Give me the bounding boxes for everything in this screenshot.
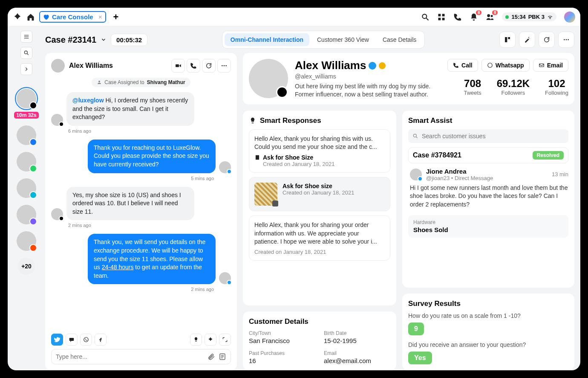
survey-panel: Survey Results How do you rate us on a s… <box>402 294 574 370</box>
sparkle-button[interactable] <box>205 334 216 346</box>
tab-case-details[interactable]: Case Details <box>377 33 422 46</box>
refresh-button[interactable] <box>539 32 555 48</box>
chat-refresh-button[interactable] <box>202 59 216 73</box>
stat-tweets: 708Tweets <box>464 78 481 96</box>
related-case-chip[interactable]: Case #3784921 Resolved <box>408 147 568 163</box>
svg-point-0 <box>423 14 427 18</box>
channel-chat-button[interactable] <box>66 334 78 346</box>
mid-column: Smart Responses Hello Alex, thank you fo… <box>243 110 396 370</box>
template-icon[interactable] <box>219 353 226 361</box>
video-call-button[interactable] <box>171 59 185 73</box>
conversation-avatar-5[interactable] <box>17 205 36 224</box>
more-button[interactable] <box>558 32 574 48</box>
channel-whatsapp-button[interactable] <box>80 334 92 346</box>
compose-input[interactable] <box>56 353 208 360</box>
status-workspace: PBK 3 <box>528 14 545 20</box>
mid-right-area: Alex Williams @alex_williams Out here li… <box>243 53 574 370</box>
conversation-timer: 10m 32s <box>14 112 38 119</box>
email-button[interactable]: Email <box>533 59 568 72</box>
conversation-avatar-6[interactable] <box>17 231 36 251</box>
svg-rect-10 <box>505 37 507 42</box>
svg-point-21 <box>98 81 100 82</box>
tab-omni-channel[interactable]: Omni-Channel Interaction <box>225 33 309 46</box>
agent-msg-avatar <box>219 272 231 284</box>
smart-response-item[interactable]: Ask for Shoe size Created on January 18,… <box>249 177 390 211</box>
related-case-id: Case #3784921 <box>413 151 461 159</box>
msg-ts-3: 2 mins ago <box>68 223 231 228</box>
assigned-prefix: Case Assigned to <box>104 79 144 85</box>
whatsapp-badge-icon <box>29 165 37 172</box>
close-tab-icon[interactable]: × <box>98 13 102 20</box>
case-status-badge: Resolved <box>533 151 564 160</box>
assist-avatar <box>410 169 422 180</box>
channel-facebook-button[interactable] <box>95 334 107 346</box>
smart-response-item[interactable]: Hello Alex, thank you for sharing your o… <box>249 215 390 261</box>
more-conversations-button[interactable]: +20 <box>18 258 35 275</box>
msg-ts-1: 6 mins ago <box>68 128 231 134</box>
tab-customer-360[interactable]: Customer 360 View <box>311 33 375 46</box>
attach-icon[interactable] <box>208 353 215 361</box>
doc-icon <box>254 154 260 160</box>
call-button[interactable]: Call <box>447 59 478 72</box>
assist-time: 13 min <box>552 171 568 177</box>
conversation-avatar-4[interactable] <box>17 178 36 198</box>
svg-point-6 <box>487 14 490 17</box>
status-time: 15:34 <box>511 14 525 20</box>
search-icon[interactable] <box>421 13 429 21</box>
lightbulb-icon <box>249 117 257 125</box>
svg-point-19 <box>224 65 225 67</box>
whatsapp-button[interactable]: Whatsapp <box>481 59 530 72</box>
chevron-down-icon[interactable] <box>101 37 107 43</box>
channel-twitter-button[interactable] <box>51 334 63 346</box>
assist-message: Jione Andrea @jioan23 • Direct Message 1… <box>408 168 568 209</box>
notifications-icon[interactable]: 8 <box>470 13 478 21</box>
smart-assist-title: Smart Assist <box>408 116 452 125</box>
svg-rect-30 <box>256 155 259 160</box>
customer-msg-avatar <box>51 114 63 126</box>
svg-point-13 <box>529 38 530 39</box>
msg-ts-2: 5 mins ago <box>51 176 214 181</box>
voice-call-button[interactable] <box>187 59 200 73</box>
svg-point-16 <box>568 39 569 41</box>
detail-purchases: Past Purchases16 <box>249 350 315 364</box>
add-tab-button[interactable]: + <box>113 12 118 23</box>
workspace-tab[interactable]: Care Console × <box>39 11 106 23</box>
viber-badge-icon <box>29 218 37 225</box>
assist-search[interactable] <box>408 129 568 143</box>
user-avatar[interactable] <box>564 12 575 23</box>
rail-menu-button[interactable] <box>20 31 32 43</box>
chat-more-button[interactable] <box>217 59 231 73</box>
svg-point-28 <box>488 63 493 68</box>
layout-button[interactable] <box>499 32 516 48</box>
workspace-tab-label: Care Console <box>52 13 93 20</box>
elapsed-timer: 00:05:32 <box>111 34 147 46</box>
home-icon[interactable] <box>26 13 35 21</box>
view-tabs: Omni-Channel Interaction Customer 360 Vi… <box>222 31 425 49</box>
people-badge: 8 <box>492 10 498 15</box>
customer-details-title: Customer Details <box>249 317 308 326</box>
heart-monitor-icon <box>43 14 49 20</box>
magic-button[interactable] <box>519 32 535 48</box>
assist-name: Jione Andrea <box>426 168 493 175</box>
assist-category: Hardware Shoes Sold <box>408 215 568 238</box>
people-icon[interactable]: 8 <box>486 13 494 21</box>
facebook-badge-icon <box>29 138 37 146</box>
phone-icon[interactable] <box>453 13 462 21</box>
rail-expand-button[interactable] <box>20 63 32 75</box>
app-logo-icon <box>13 12 22 22</box>
svg-rect-4 <box>438 17 441 20</box>
conversation-avatar-3[interactable] <box>17 152 36 172</box>
survey-a2: Yes <box>408 352 432 364</box>
response-thumbnail <box>254 183 277 206</box>
assist-search-input[interactable] <box>422 133 564 140</box>
conversation-avatar-2[interactable] <box>17 125 36 145</box>
status-pill[interactable]: 15:34 PBK 3 <box>502 12 556 21</box>
conversation-avatar-1[interactable] <box>17 89 36 108</box>
smart-response-item[interactable]: Hello Alex, thank you for sharing this w… <box>249 129 390 173</box>
mention: @luxeglow <box>72 97 104 104</box>
top-bar: Care Console × + 8 8 15:34 PBK 3 <box>8 8 580 26</box>
apps-grid-icon[interactable] <box>437 13 446 21</box>
expand-compose-button[interactable] <box>219 334 231 346</box>
suggestions-button[interactable] <box>190 334 202 346</box>
rail-search-button[interactable] <box>20 47 32 59</box>
